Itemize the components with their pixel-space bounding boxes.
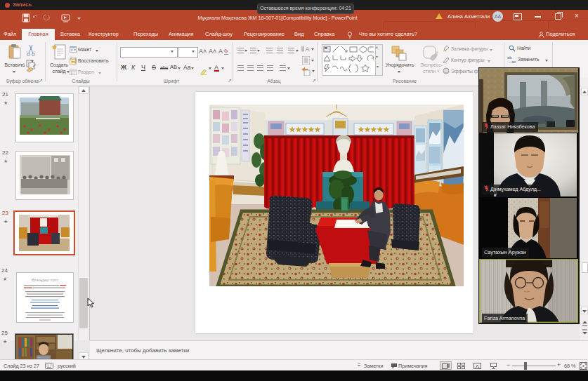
svg-text:★★★★★: ★★★★★: [289, 126, 321, 133]
svg-text:★★★★★: ★★★★★: [358, 126, 390, 133]
svg-text:A: A: [306, 46, 310, 53]
svg-text:Өлеңдер топт: Өлеңдер топт: [32, 278, 59, 282]
